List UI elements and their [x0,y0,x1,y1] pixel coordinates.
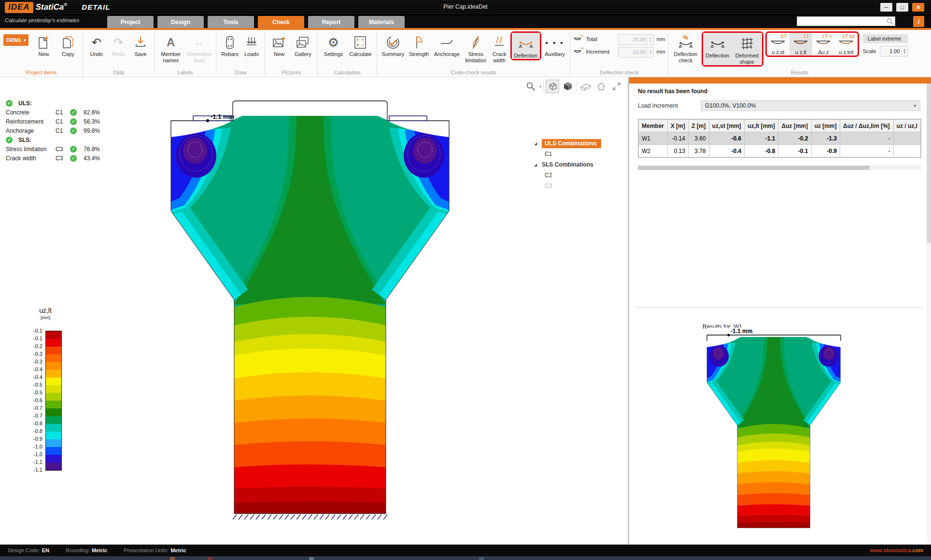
table-header[interactable]: uz,st [mm] [709,120,745,132]
model-canvas[interactable]: ▾ ✓ULS: ConcreteC1 ✓82.6% ReinforcementC… [0,77,628,545]
settings-button[interactable]: ⚙ Settings [320,31,346,57]
wireframe-view-icon[interactable] [546,80,559,93]
tree-item-c2[interactable]: C2 [534,170,601,181]
anchorage-icon [439,34,454,51]
table-header[interactable]: uz [mm] [811,120,840,132]
spinner-arrows-icon[interactable]: ▲▼ [647,35,653,44]
svg-text:×: × [357,42,360,48]
legend-tick-label: -1.0 [27,451,42,457]
table-row[interactable]: W20.133.78-0.4-0.8-0.1-0.9- [639,145,921,157]
scale-spinner[interactable]: 1.00 ▲▼ [880,46,908,56]
tree-item-c3[interactable]: C3 [534,181,601,191]
table-row[interactable]: W1-0.143.60-0.6-1.1-0.2-1.3- [639,132,921,145]
tab-design[interactable]: Design [157,16,204,28]
tab-project[interactable]: Project [107,16,154,28]
tab-tools[interactable]: Tools [208,16,254,28]
dimension-lines-button[interactable]: ↔ Dimension lines [185,31,213,64]
stress-limitation-button[interactable]: Stress limitation [462,31,490,64]
title-bar: IDEAStatiCa® DETAIL Pier Cap.ideaDet ─ □… [0,0,931,14]
table-header[interactable]: uz / uz,l [893,120,920,132]
results-table[interactable]: MemberX [m]Z [m]uz,st [mm]uz,lt [mm]Δuz … [638,119,921,158]
close-button[interactable]: ✕ [912,3,924,12]
table-hscrollbar[interactable] [638,166,921,170]
website-link[interactable]: www.ideastatica.com [870,547,923,553]
zoom-tool-icon[interactable] [524,80,537,93]
member-names-button[interactable]: A Member names [157,31,185,64]
results-panel: No result has been found Load increment … [629,77,931,545]
new-picture-button[interactable]: New [268,31,291,57]
table-header[interactable]: Member [639,120,668,132]
legend-tick-label: -0.6 [27,397,42,403]
redo-button[interactable]: ↷ Redo [108,31,130,57]
search-input[interactable] [797,18,885,24]
tab-check[interactable]: Check [258,16,304,28]
check-row-crack-width: Crack widthC3 ✓43.4% [6,154,100,163]
new-project-item-button[interactable]: New [31,31,56,57]
check-row-concrete: ConcreteC1 ✓82.6% [6,108,100,117]
tab-row: Calculate yesterday's estimates Project … [0,14,931,28]
tree-item-sls-combinations[interactable]: ◢ SLS Combinations [534,159,601,170]
deformed-shape-button[interactable]: Deformed shape [732,33,762,65]
table-header[interactable]: uz,lt [mm] [745,120,778,132]
home-view-icon[interactable] [594,80,608,93]
group-calculation: ⚙ Settings +−×÷ Calculate Calculation [318,30,377,77]
gallery-button[interactable]: Gallery [291,31,315,57]
zoom-dropdown-icon[interactable]: ▾ [539,84,541,89]
anchorage-button[interactable]: Anchorage [432,31,462,57]
tree-item-c1[interactable]: C1 [534,149,601,159]
drm-dropdown[interactable]: DRM1▾ [3,34,28,46]
deflection-check-button[interactable]: % Deflection check [671,31,701,64]
copy-project-item-button[interactable]: Copy [56,31,80,57]
solid-view-icon[interactable] [561,80,575,93]
u-ztot-button[interactable]: LT tot u z,tot [835,33,858,56]
rebars-button[interactable]: Rebars [219,31,241,57]
loads-button[interactable]: Loads [241,31,262,57]
minimize-button[interactable]: ─ [880,3,892,12]
deflection-display-button[interactable]: Deflection [703,33,732,65]
info-button[interactable]: i [913,16,924,27]
table-header[interactable]: Δuz / Δuz,lim [%] [840,120,894,132]
increment-limit-spinner[interactable]: 10.00 ▲▼ [618,47,654,57]
check-summary: ✓ULS: ConcreteC1 ✓82.6% ReinforcementC1 … [6,98,100,163]
ok-check-icon: ✓ [70,146,77,153]
tree-item-uls-combinations[interactable]: ◢ ULS Combinations [534,138,601,149]
label-extreme-button[interactable]: Label extreme [863,34,908,43]
expander-icon[interactable]: ◢ [534,141,542,146]
u-zst-button[interactable]: ST u z,st [767,33,790,56]
bowl-delta-icon [815,40,832,48]
u-zlt-button[interactable]: LT u z,lt [790,33,812,56]
spinner-arrows-icon[interactable]: ▲▼ [901,46,907,56]
expander-icon[interactable]: ◢ [534,163,542,167]
group-code-check: Summary Strength Anchorage Stress limita… [377,30,570,77]
member-w1-contour-plot[interactable]: -1.1 mm [703,321,847,533]
deflection-results-button[interactable]: Deflection [512,33,540,59]
clip-view-icon[interactable] [579,80,592,93]
summary-button[interactable]: Summary [380,31,406,57]
tab-report[interactable]: Report [308,16,354,28]
legend-tick-label: -0.4 [27,374,42,380]
table-header[interactable]: X [m] [667,120,688,132]
scroll-thumb[interactable] [927,84,931,243]
table-header[interactable]: Z [m] [688,120,709,132]
panel-vscrollbar[interactable] [927,84,931,545]
u-delta-z-button[interactable]: LT + Δu z [812,33,835,56]
save-button[interactable]: Save [129,31,152,57]
auxiliary-button[interactable]: • • • Auxiliary [542,31,568,57]
group-label-code-check: Code-check results [380,69,567,77]
maximize-button[interactable]: □ [896,3,908,12]
undo-button[interactable]: ↶ Undo [85,31,108,57]
spinner-arrows-icon[interactable]: ▲▼ [647,47,653,57]
total-limit-spinner[interactable]: 20.00 ▲▼ [618,34,654,45]
svg-text:÷: ÷ [362,42,365,48]
load-increment-select[interactable]: G100.0%, V100.0% ▾ [701,100,920,111]
search-icon [885,18,895,25]
calculate-button[interactable]: +−×÷ Calculate [346,31,374,57]
strength-button[interactable]: Strength [406,31,432,57]
search-box[interactable] [797,16,895,26]
fit-view-icon[interactable] [610,80,623,93]
table-header[interactable]: Δuz [mm] [778,120,811,132]
deflection-contour-plot[interactable]: -1.1 mm [170,97,450,526]
crack-width-button[interactable]: Crack width [490,31,509,64]
scroll-thumb[interactable] [638,166,870,170]
tab-materials[interactable]: Materials [358,16,405,28]
